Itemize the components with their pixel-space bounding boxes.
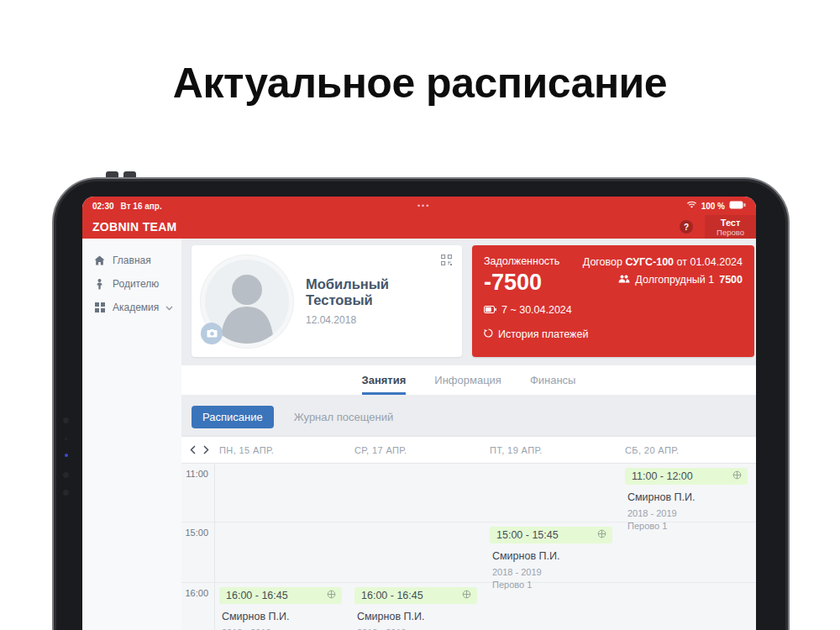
coach-name: Смирнов П.И. xyxy=(492,550,612,562)
activity-icon xyxy=(327,590,336,601)
user-name: Тест xyxy=(721,218,741,228)
tablet-frame: 02:30 Вт 16 апр. ••• 100 % ZOBNIN TEAM ?… xyxy=(52,177,790,630)
schedule-cell: 11:00 - 12:00 Смирнов П.И. 2018 - 2019 П… xyxy=(621,464,756,522)
brand-title: ZOBNIN TEAM xyxy=(92,220,177,234)
schedule-button[interactable]: Расписание xyxy=(192,406,274,428)
status-time: 02:30 xyxy=(92,202,114,211)
person-icon xyxy=(93,279,106,290)
grid-icon xyxy=(93,302,106,312)
payment-history-link[interactable]: История платежей xyxy=(484,328,743,340)
sidebar-item-parent[interactable]: Родителю xyxy=(82,272,181,296)
schedule-cell xyxy=(621,522,756,582)
subnav: Расписание Журнал посещений xyxy=(181,395,756,437)
schedule-grid: ПН, 15 АПР. СР, 17 АПР. ПТ, 19 АПР. СБ, … xyxy=(181,437,756,630)
front-camera-icon xyxy=(63,490,69,496)
contract-label: Договор xyxy=(583,256,622,268)
group-years: 2018 - 2019 xyxy=(492,567,612,577)
tabs-bar: Занятия Информация Финансы xyxy=(181,365,756,395)
tab-information[interactable]: Информация xyxy=(434,365,501,392)
activity-icon xyxy=(732,470,742,482)
group-years: 2018 - 2019 xyxy=(627,508,748,518)
time-label: 11:00 xyxy=(181,464,215,522)
subscription-period: 7 ~ 30.04.2024 xyxy=(501,304,572,316)
activity-icon xyxy=(462,590,471,601)
multitask-dots-icon: ••• xyxy=(162,202,686,210)
student-name: Мобильный Тестовый xyxy=(306,276,449,308)
coach-name: Смирнов П.И. xyxy=(222,611,342,622)
chevron-down-icon xyxy=(165,302,173,313)
profile-card: Мобильный Тестовый 12.04.2018 xyxy=(192,245,462,357)
user-branch: Перово xyxy=(717,228,744,237)
lesson-card[interactable]: 15:00 - 15:45 Смирнов П.И. 2018 - 2019 П… xyxy=(490,527,612,590)
sidebar-item-home[interactable]: Главная xyxy=(82,249,181,272)
tablet-screen: 02:30 Вт 16 апр. ••• 100 % ZOBNIN TEAM ?… xyxy=(82,197,756,630)
status-bar: 02:30 Вт 16 апр. ••• 100 % xyxy=(82,197,756,215)
battery-percent: 100 % xyxy=(701,202,725,211)
tab-finances[interactable]: Финансы xyxy=(530,365,576,392)
page-title: Актуальное расписание xyxy=(0,59,840,108)
schedule-header: ПН, 15 АПР. СР, 17 АПР. ПТ, 19 АПР. СБ, … xyxy=(181,437,756,464)
schedule-cell xyxy=(350,522,486,582)
branch-name: Долгопрудный 1 xyxy=(635,274,714,286)
camera-indicator-icon xyxy=(65,454,68,457)
schedule-cell: 15:00 - 15:45 Смирнов П.И. 2018 - 2019 П… xyxy=(486,522,621,582)
student-birthdate: 12.04.2018 xyxy=(306,314,449,326)
debt-card: Задолженность -7500 7 ~ 30.04.2024 xyxy=(472,245,754,357)
battery-icon xyxy=(729,201,746,211)
status-date: Вт 16 апр. xyxy=(121,202,162,211)
front-camera-icon xyxy=(63,417,69,423)
sidebar: Главная Родителю Академия xyxy=(82,239,181,630)
contract-date: от 01.04.2024 xyxy=(677,256,743,268)
lesson-card[interactable]: 16:00 - 16:45 Смирнов П.И. 2018 - 2019 П… xyxy=(354,587,477,630)
lesson-card[interactable]: 16:00 - 16:45 Смирнов П.И. 2018 - 2019 П… xyxy=(219,587,342,630)
lesson-time: 16:00 - 16:45 xyxy=(226,590,288,601)
day-header: ПТ, 19 АПР. xyxy=(486,445,621,455)
day-header: СР, 17 АПР. xyxy=(350,445,486,455)
schedule-cell xyxy=(621,583,756,630)
schedule-cell xyxy=(215,464,350,522)
main-content: Мобильный Тестовый 12.04.2018 Задолженно… xyxy=(181,239,756,630)
camera-button[interactable] xyxy=(201,323,223,344)
schedule-cell: 16:00 - 16:45 Смирнов П.И. 2018 - 2019 П… xyxy=(215,583,350,630)
schedule-cell: 16:00 - 16:45 Смирнов П.И. 2018 - 2019 П… xyxy=(350,583,486,630)
wifi-icon xyxy=(686,201,697,211)
sidebar-item-label: Главная xyxy=(113,255,151,266)
lesson-time: 16:00 - 16:45 xyxy=(361,590,423,601)
app-header: ZOBNIN TEAM ? Тест Перово xyxy=(82,215,756,239)
qr-code-icon[interactable] xyxy=(441,254,452,269)
home-icon xyxy=(93,255,106,265)
activity-icon xyxy=(597,529,606,541)
schedule-cell xyxy=(215,522,350,582)
day-header: СБ, 20 АПР. xyxy=(621,445,756,455)
time-label: 15:00 xyxy=(181,522,215,582)
day-header: ПН, 15 АПР. xyxy=(215,445,350,455)
help-button[interactable]: ? xyxy=(680,220,693,234)
sidebar-item-label: Академия xyxy=(113,302,159,313)
attendance-journal-button[interactable]: Журнал посещений xyxy=(289,410,399,424)
sidebar-item-academy[interactable]: Академия xyxy=(82,296,181,319)
schedule-row: 16:00 16:00 - 16:45 Смирнов П.И. xyxy=(181,583,756,630)
contract-number: СУГС-100 xyxy=(625,256,674,268)
user-menu[interactable]: Тест Перово xyxy=(705,215,756,239)
branch-amount: 7500 xyxy=(719,274,743,286)
schedule-row: 15:00 15:00 - 15:45 xyxy=(181,522,756,583)
coach-name: Смирнов П.И. xyxy=(357,611,477,622)
sensor-dot-icon xyxy=(65,438,67,440)
schedule-cell xyxy=(486,464,621,522)
next-week-button[interactable] xyxy=(203,445,209,454)
schedule-cell xyxy=(486,583,621,630)
front-camera-icon xyxy=(63,472,69,478)
prev-week-button[interactable] xyxy=(190,445,196,454)
coach-name: Смирнов П.И. xyxy=(627,491,748,503)
history-icon xyxy=(484,328,493,340)
sidebar-item-label: Родителю xyxy=(113,278,159,290)
payment-history-label: История платежей xyxy=(498,328,588,340)
group-icon xyxy=(618,274,630,286)
contract-info: Договор СУГС-100 от 01.04.2024 Долгопруд… xyxy=(583,256,743,286)
lesson-time: 15:00 - 15:45 xyxy=(496,529,559,541)
lesson-card[interactable]: 11:00 - 12:00 Смирнов П.И. 2018 - 2019 П… xyxy=(625,468,748,531)
schedule-cell xyxy=(350,464,486,522)
schedule-row: 11:00 11:00 - 12:00 xyxy=(181,464,756,522)
tab-lessons[interactable]: Занятия xyxy=(362,365,407,395)
time-label: 16:00 xyxy=(181,583,215,630)
